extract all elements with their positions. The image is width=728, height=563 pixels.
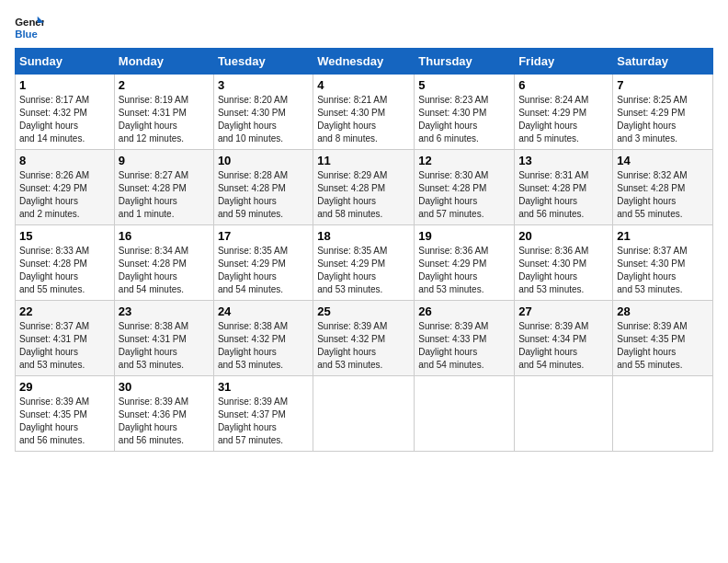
day-number: 21: [617, 229, 709, 243]
calendar-cell: 12Sunrise: 8:30 AMSunset: 4:28 PMDayligh…: [415, 150, 515, 225]
day-info: Sunrise: 8:32 AMSunset: 4:28 PMDaylight …: [617, 170, 687, 219]
calendar-cell: [415, 376, 515, 452]
calendar-cell: [613, 376, 713, 452]
day-number: 23: [119, 304, 210, 318]
calendar-cell: 27Sunrise: 8:39 AMSunset: 4:34 PMDayligh…: [515, 301, 613, 376]
day-number: 18: [317, 229, 410, 243]
day-number: 25: [317, 304, 410, 318]
calendar-cell: 30Sunrise: 8:39 AMSunset: 4:36 PMDayligh…: [114, 376, 213, 452]
logo-icon: General Blue: [15, 15, 44, 40]
day-info: Sunrise: 8:19 AMSunset: 4:31 PMDaylight …: [119, 95, 188, 144]
calendar-cell: 5Sunrise: 8:23 AMSunset: 4:30 PMDaylight…: [415, 75, 515, 150]
day-number: 10: [218, 154, 309, 167]
calendar-cell: 3Sunrise: 8:20 AMSunset: 4:30 PMDaylight…: [213, 75, 313, 150]
day-number: 4: [317, 78, 410, 92]
day-info: Sunrise: 8:37 AMSunset: 4:31 PMDaylight …: [19, 321, 89, 370]
day-info: Sunrise: 8:23 AMSunset: 4:30 PMDaylight …: [418, 95, 488, 144]
day-info: Sunrise: 8:28 AMSunset: 4:28 PMDaylight …: [218, 170, 288, 219]
calendar-cell: 24Sunrise: 8:38 AMSunset: 4:32 PMDayligh…: [213, 301, 313, 376]
day-number: 9: [119, 154, 210, 167]
day-info: Sunrise: 8:25 AMSunset: 4:29 PMDaylight …: [617, 95, 687, 144]
day-number: 11: [317, 154, 410, 167]
day-info: Sunrise: 8:30 AMSunset: 4:28 PMDaylight …: [418, 170, 488, 219]
day-info: Sunrise: 8:39 AMSunset: 4:33 PMDaylight …: [418, 321, 488, 370]
day-number: 16: [119, 229, 210, 243]
day-header-wednesday: Wednesday: [313, 49, 415, 75]
calendar-cell: 20Sunrise: 8:36 AMSunset: 4:30 PMDayligh…: [515, 225, 613, 301]
day-info: Sunrise: 8:21 AMSunset: 4:30 PMDaylight …: [317, 95, 387, 144]
calendar-cell: [515, 376, 613, 452]
day-number: 5: [418, 78, 510, 92]
day-number: 14: [617, 154, 709, 167]
calendar-cell: 15Sunrise: 8:33 AMSunset: 4:28 PMDayligh…: [16, 225, 115, 301]
calendar-week-row: 22Sunrise: 8:37 AMSunset: 4:31 PMDayligh…: [16, 301, 713, 376]
calendar-cell: [313, 376, 415, 452]
day-info: Sunrise: 8:35 AMSunset: 4:29 PMDaylight …: [317, 246, 387, 294]
day-info: Sunrise: 8:17 AMSunset: 4:32 PMDaylight …: [19, 95, 89, 144]
day-info: Sunrise: 8:39 AMSunset: 4:35 PMDaylight …: [19, 396, 89, 445]
calendar-cell: 10Sunrise: 8:28 AMSunset: 4:28 PMDayligh…: [213, 150, 313, 225]
day-number: 2: [119, 78, 210, 92]
day-number: 15: [19, 229, 110, 243]
logo: General Blue: [15, 15, 44, 40]
calendar-cell: 7Sunrise: 8:25 AMSunset: 4:29 PMDaylight…: [613, 75, 713, 150]
day-info: Sunrise: 8:27 AMSunset: 4:28 PMDaylight …: [119, 170, 188, 219]
day-info: Sunrise: 8:38 AMSunset: 4:32 PMDaylight …: [218, 321, 288, 370]
calendar-cell: 29Sunrise: 8:39 AMSunset: 4:35 PMDayligh…: [16, 376, 115, 452]
calendar-cell: 2Sunrise: 8:19 AMSunset: 4:31 PMDaylight…: [114, 75, 213, 150]
calendar-cell: 8Sunrise: 8:26 AMSunset: 4:29 PMDaylight…: [16, 150, 115, 225]
day-info: Sunrise: 8:37 AMSunset: 4:30 PMDaylight …: [617, 246, 687, 294]
day-header-saturday: Saturday: [613, 49, 713, 75]
calendar-cell: 1Sunrise: 8:17 AMSunset: 4:32 PMDaylight…: [16, 75, 115, 150]
day-number: 19: [418, 229, 510, 243]
day-number: 22: [19, 304, 110, 318]
day-header-monday: Monday: [114, 49, 213, 75]
day-number: 29: [19, 380, 110, 394]
calendar-cell: 23Sunrise: 8:38 AMSunset: 4:31 PMDayligh…: [114, 301, 213, 376]
day-info: Sunrise: 8:39 AMSunset: 4:36 PMDaylight …: [119, 396, 188, 445]
calendar-body: 1Sunrise: 8:17 AMSunset: 4:32 PMDaylight…: [16, 75, 713, 452]
day-info: Sunrise: 8:31 AMSunset: 4:28 PMDaylight …: [518, 170, 588, 219]
calendar-table: SundayMondayTuesdayWednesdayThursdayFrid…: [15, 48, 713, 452]
day-info: Sunrise: 8:36 AMSunset: 4:30 PMDaylight …: [518, 246, 588, 294]
day-number: 20: [518, 229, 609, 243]
day-info: Sunrise: 8:38 AMSunset: 4:31 PMDaylight …: [119, 321, 188, 370]
calendar-cell: 28Sunrise: 8:39 AMSunset: 4:35 PMDayligh…: [613, 301, 713, 376]
day-info: Sunrise: 8:29 AMSunset: 4:28 PMDaylight …: [317, 170, 387, 219]
day-info: Sunrise: 8:39 AMSunset: 4:34 PMDaylight …: [518, 321, 588, 370]
day-number: 17: [218, 229, 309, 243]
day-number: 24: [218, 304, 309, 318]
day-number: 8: [19, 154, 110, 167]
day-info: Sunrise: 8:39 AMSunset: 4:32 PMDaylight …: [317, 321, 387, 370]
calendar-cell: 26Sunrise: 8:39 AMSunset: 4:33 PMDayligh…: [415, 301, 515, 376]
day-number: 7: [617, 78, 709, 92]
calendar-cell: 13Sunrise: 8:31 AMSunset: 4:28 PMDayligh…: [515, 150, 613, 225]
calendar-cell: 31Sunrise: 8:39 AMSunset: 4:37 PMDayligh…: [213, 376, 313, 452]
calendar-cell: 4Sunrise: 8:21 AMSunset: 4:30 PMDaylight…: [313, 75, 415, 150]
calendar-cell: 21Sunrise: 8:37 AMSunset: 4:30 PMDayligh…: [613, 225, 713, 301]
day-info: Sunrise: 8:20 AMSunset: 4:30 PMDaylight …: [218, 95, 288, 144]
calendar-cell: 18Sunrise: 8:35 AMSunset: 4:29 PMDayligh…: [313, 225, 415, 301]
calendar-week-row: 29Sunrise: 8:39 AMSunset: 4:35 PMDayligh…: [16, 376, 713, 452]
day-number: 27: [518, 304, 609, 318]
calendar-cell: 9Sunrise: 8:27 AMSunset: 4:28 PMDaylight…: [114, 150, 213, 225]
day-info: Sunrise: 8:34 AMSunset: 4:28 PMDaylight …: [119, 246, 188, 294]
day-info: Sunrise: 8:39 AMSunset: 4:35 PMDaylight …: [617, 321, 687, 370]
svg-text:Blue: Blue: [15, 29, 38, 40]
calendar-cell: 25Sunrise: 8:39 AMSunset: 4:32 PMDayligh…: [313, 301, 415, 376]
day-info: Sunrise: 8:24 AMSunset: 4:29 PMDaylight …: [518, 95, 588, 144]
calendar-week-row: 15Sunrise: 8:33 AMSunset: 4:28 PMDayligh…: [16, 225, 713, 301]
day-info: Sunrise: 8:39 AMSunset: 4:37 PMDaylight …: [218, 396, 288, 445]
day-number: 26: [418, 304, 510, 318]
calendar-week-row: 1Sunrise: 8:17 AMSunset: 4:32 PMDaylight…: [16, 75, 713, 150]
day-number: 12: [418, 154, 510, 167]
day-number: 1: [19, 78, 110, 92]
calendar-cell: 11Sunrise: 8:29 AMSunset: 4:28 PMDayligh…: [313, 150, 415, 225]
day-info: Sunrise: 8:36 AMSunset: 4:29 PMDaylight …: [418, 246, 488, 294]
calendar-cell: 22Sunrise: 8:37 AMSunset: 4:31 PMDayligh…: [16, 301, 115, 376]
calendar-cell: 19Sunrise: 8:36 AMSunset: 4:29 PMDayligh…: [415, 225, 515, 301]
day-info: Sunrise: 8:26 AMSunset: 4:29 PMDaylight …: [19, 170, 89, 219]
day-header-tuesday: Tuesday: [213, 49, 313, 75]
day-number: 28: [617, 304, 709, 318]
day-number: 6: [518, 78, 609, 92]
